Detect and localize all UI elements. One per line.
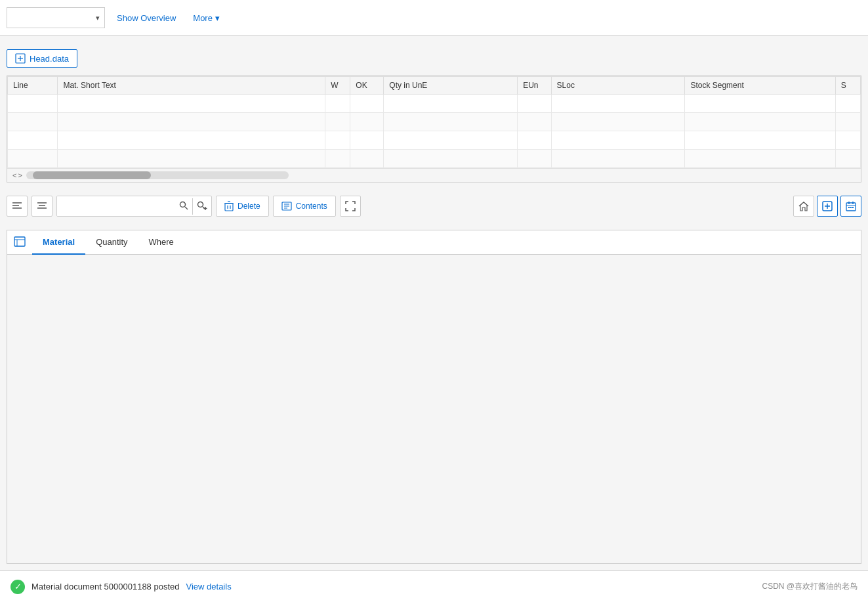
contents-button[interactable]: Contents	[273, 196, 336, 217]
scroll-left-icon[interactable]: <	[12, 171, 16, 179]
show-overview-button[interactable]: Show Overview	[112, 11, 181, 26]
table-cell-s[interactable]	[835, 131, 860, 150]
left-align-button[interactable]	[7, 196, 28, 217]
table-cell-sloc[interactable]	[551, 95, 685, 113]
table-cell-w[interactable]	[325, 150, 350, 168]
status-left: ✓ Material document 5000001188 posted Vi…	[10, 580, 232, 594]
col-s: S	[835, 77, 860, 95]
svg-rect-32	[850, 207, 852, 208]
table-cell-qty_in_une[interactable]	[384, 150, 518, 168]
table-cell-eun[interactable]	[518, 131, 551, 150]
more-button[interactable]: More ▾	[188, 11, 225, 26]
svg-rect-31	[848, 207, 850, 208]
table-cell-qty_in_une[interactable]	[384, 95, 518, 113]
search-input-wrapper	[56, 196, 212, 217]
toolbar-select[interactable]	[7, 7, 105, 28]
table-cell-stock_segment[interactable]	[685, 95, 835, 113]
tab-content-area	[7, 255, 861, 563]
table-cell-eun[interactable]	[518, 113, 551, 131]
table-row	[8, 113, 861, 131]
search-button[interactable]	[175, 198, 192, 215]
contents-icon	[281, 202, 292, 211]
table-row	[8, 131, 861, 150]
center-align-icon	[37, 202, 47, 211]
search-plus-button[interactable]	[192, 198, 211, 215]
table-cell-eun[interactable]	[518, 95, 551, 113]
delete-label: Delete	[238, 202, 260, 211]
table-cell-s[interactable]	[835, 95, 860, 113]
table-cell-w[interactable]	[325, 131, 350, 150]
calendar-button[interactable]	[840, 196, 861, 217]
tab-material[interactable]: Material	[32, 230, 85, 255]
table-cell-line[interactable]	[8, 113, 58, 131]
table-cell-mat_short_text[interactable]	[58, 95, 325, 113]
add-row-button[interactable]	[817, 196, 838, 217]
col-line: Line	[8, 77, 58, 95]
table-cell-line[interactable]	[8, 150, 58, 168]
table-cell-s[interactable]	[835, 150, 860, 168]
tabs-header: Material Quantity Where	[7, 230, 861, 255]
table-cell-qty_in_une[interactable]	[384, 131, 518, 150]
scrollbar-track[interactable]	[26, 171, 289, 179]
head-data-button[interactable]: Head.data	[7, 49, 77, 68]
table-cell-line[interactable]	[8, 131, 58, 150]
table-cell-stock_segment[interactable]	[685, 131, 835, 150]
home-button[interactable]	[793, 196, 814, 217]
table-cell-ok[interactable]	[350, 113, 384, 131]
col-qty-in-une: Qty in UnE	[384, 77, 518, 95]
table-cell-sloc[interactable]	[551, 113, 685, 131]
table-cell-mat_short_text[interactable]	[58, 150, 325, 168]
more-label: More	[193, 13, 213, 23]
table-cell-w[interactable]	[325, 113, 350, 131]
table-cell-ok[interactable]	[350, 95, 384, 113]
delete-button[interactable]: Delete	[216, 196, 269, 217]
svg-rect-15	[225, 204, 233, 211]
table-cell-stock_segment[interactable]	[685, 113, 835, 131]
col-stock-segment: Stock Segment	[685, 77, 835, 95]
toolbar-select-wrapper: ▾	[7, 7, 105, 28]
table-cell-stock_segment[interactable]	[685, 150, 835, 168]
center-align-button[interactable]	[31, 196, 52, 217]
tab-material-label: Material	[43, 237, 75, 247]
table-cell-sloc[interactable]	[551, 150, 685, 168]
table-cell-sloc[interactable]	[551, 131, 685, 150]
tabs-section: Material Quantity Where	[7, 230, 861, 564]
svg-point-9	[180, 202, 186, 207]
table-row	[8, 95, 861, 113]
table-cell-line[interactable]	[8, 95, 58, 113]
search-input[interactable]	[57, 196, 175, 216]
table-cell-qty_in_une[interactable]	[384, 113, 518, 131]
tab-quantity[interactable]: Quantity	[85, 230, 138, 255]
head-data-icon	[15, 53, 26, 64]
delete-icon	[224, 201, 234, 211]
tab-icon-button[interactable]	[7, 231, 32, 253]
show-overview-label: Show Overview	[117, 13, 176, 23]
expand-button[interactable]	[340, 196, 361, 217]
view-details-link[interactable]: View details	[186, 582, 232, 591]
table-cell-ok[interactable]	[350, 131, 384, 150]
table-row	[8, 150, 861, 168]
table-section: Line Mat. Short Text W OK Qty in UnE EUn…	[7, 75, 861, 183]
tab-where[interactable]: Where	[138, 230, 184, 255]
table-cell-w[interactable]	[325, 95, 350, 113]
expand-icon	[345, 201, 356, 211]
col-sloc: SLoc	[551, 77, 685, 95]
home-icon	[798, 201, 809, 211]
col-eun: EUn	[518, 77, 551, 95]
status-success-icon: ✓	[10, 580, 25, 594]
scroll-right-icon[interactable]: >	[18, 171, 22, 179]
table-cell-eun[interactable]	[518, 150, 551, 168]
head-data-label: Head.data	[30, 54, 69, 64]
status-message: Material document 5000001188 posted	[31, 582, 180, 591]
table-cell-mat_short_text[interactable]	[58, 113, 325, 131]
col-w: W	[325, 77, 350, 95]
svg-point-11	[198, 202, 203, 207]
svg-line-10	[185, 207, 188, 209]
table-cell-ok[interactable]	[350, 150, 384, 168]
scrollbar-thumb[interactable]	[33, 171, 151, 179]
left-align-icon	[12, 202, 22, 211]
table-cell-mat_short_text[interactable]	[58, 131, 325, 150]
svg-rect-33	[852, 207, 854, 208]
tab-where-label: Where	[149, 237, 174, 247]
table-cell-s[interactable]	[835, 113, 860, 131]
